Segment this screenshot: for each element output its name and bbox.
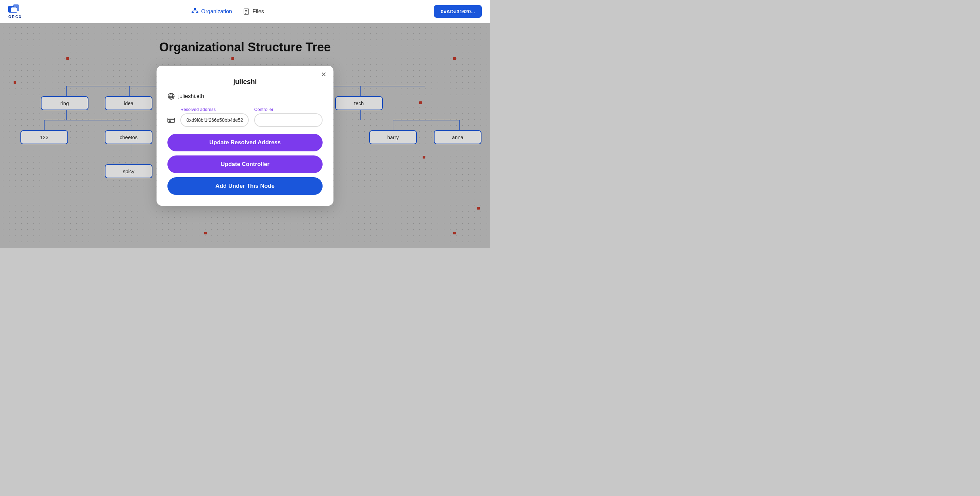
resolved-address-input[interactable]	[180, 113, 249, 127]
card-icon	[167, 116, 175, 124]
modal-close-button[interactable]: ✕	[321, 71, 327, 78]
svg-rect-4	[192, 11, 194, 13]
controller-field: Controller	[254, 107, 323, 127]
resolved-address-field: Resolved address	[180, 107, 249, 127]
modal-title: julieshi	[167, 78, 323, 86]
logo-icon	[8, 5, 22, 14]
modal-fields: Resolved address Controller	[167, 107, 323, 127]
org-icon	[192, 8, 198, 15]
globe-icon	[167, 92, 175, 100]
nav-organization[interactable]: Organization	[192, 8, 232, 15]
controller-label: Controller	[254, 107, 323, 112]
ens-name: julieshi.eth	[178, 93, 204, 99]
wallet-button[interactable]: 0xADa31620...	[434, 5, 482, 18]
controller-input[interactable]	[254, 113, 323, 127]
main-content: Organizational Structure Tree ring i	[0, 23, 490, 248]
modal-dialog: ✕ julieshi julieshi.eth Resolved address	[156, 66, 334, 206]
svg-rect-34	[168, 118, 175, 122]
update-resolved-address-button[interactable]: Update Resolved Address	[167, 134, 323, 151]
svg-rect-3	[194, 8, 196, 10]
svg-rect-2	[11, 7, 17, 13]
logo: ORG3	[8, 5, 22, 19]
nav-files-label: Files	[253, 8, 264, 14]
logo-label: ORG3	[8, 14, 21, 19]
modal-ens-row: julieshi.eth	[167, 92, 323, 100]
update-controller-button[interactable]: Update Controller	[167, 156, 323, 173]
nav-organization-label: Organization	[201, 8, 232, 14]
header: ORG3 Organization Files 0xAD	[0, 0, 490, 23]
nav-files[interactable]: Files	[243, 8, 264, 15]
files-icon	[243, 8, 250, 15]
main-nav: Organization Files	[22, 8, 434, 15]
svg-rect-36	[169, 121, 171, 121]
add-under-node-button[interactable]: Add Under This Node	[167, 177, 323, 195]
resolved-address-label: Resolved address	[180, 107, 249, 112]
svg-rect-5	[196, 11, 198, 13]
